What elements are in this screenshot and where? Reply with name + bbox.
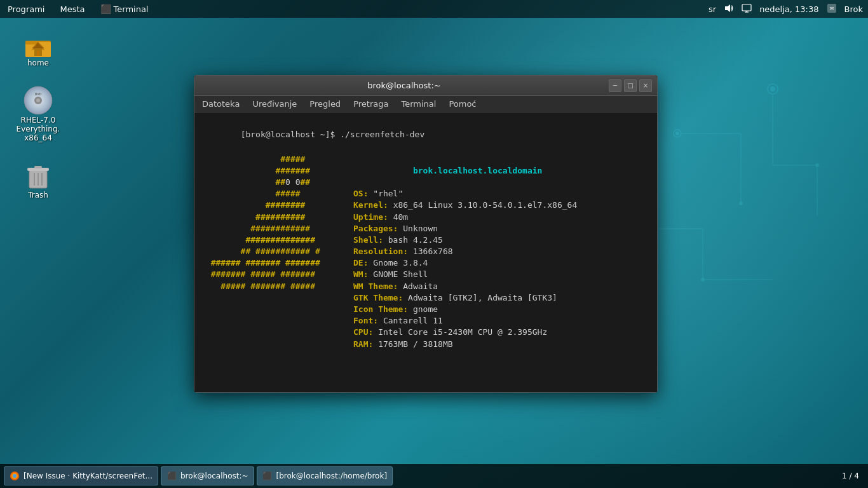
screenfetch-output: ##### ####### ##0 0## ##### ######## ###… bbox=[201, 154, 651, 350]
desktop-icon-dvd[interactable]: DVD RHEL-7.0 Everything.x86_64 bbox=[13, 83, 64, 145]
terminal-prompt-2: [brok@localhost ~]$ bbox=[201, 384, 651, 392]
svg-point-6 bbox=[674, 130, 681, 137]
top-menubar: Programi Mesta ⬛ Terminal sr bbox=[0, 0, 868, 18]
volume-icon[interactable] bbox=[724, 3, 734, 15]
svg-point-7 bbox=[675, 132, 679, 135]
menu-datoteka[interactable]: Datoteka bbox=[200, 98, 242, 110]
svg-marker-16 bbox=[725, 4, 730, 12]
svg-point-1 bbox=[770, 86, 775, 92]
menu-uredjivanje[interactable]: Uređivanje bbox=[250, 98, 299, 110]
terminal-taskbar-icon-1: ⬛ bbox=[166, 471, 177, 481]
taskbar-firefox[interactable]: [New Issue · KittyKatt/screenFet... bbox=[4, 466, 158, 485]
svg-rect-17 bbox=[742, 4, 751, 11]
taskbar-firefox-label: [New Issue · KittyKatt/screenFet... bbox=[24, 471, 153, 480]
maximize-button[interactable]: □ bbox=[624, 79, 637, 92]
menu-pretraga[interactable]: Pretraga bbox=[351, 98, 391, 110]
menu-terminal-app[interactable]: ⬛ Terminal bbox=[98, 3, 151, 15]
taskbar-pager: 1 / 4 bbox=[837, 471, 864, 480]
svg-rect-27 bbox=[37, 51, 39, 56]
terminal-window: brok@localhost:~ − □ × Datoteka Uređivan… bbox=[194, 75, 658, 393]
ascii-art: ##### ####### ##0 0## ##### ######## ###… bbox=[201, 154, 341, 350]
desktop-icon-home[interactable]: home bbox=[13, 25, 64, 70]
svg-rect-38 bbox=[34, 166, 42, 168]
desktop-icon-trash[interactable]: Trash bbox=[13, 158, 64, 202]
home-folder-icon bbox=[23, 28, 53, 58]
lang-indicator: sr bbox=[709, 4, 716, 14]
svg-point-10 bbox=[739, 201, 743, 205]
firefox-icon bbox=[10, 471, 20, 481]
terminal-prompt-1: [brok@localhost ~]$ ./screenfetch-dev bbox=[201, 118, 651, 152]
taskbar-term1-label: brok@localhost:~ bbox=[180, 471, 248, 480]
taskbar: [New Issue · KittyKatt/screenFet... ⬛ br… bbox=[0, 464, 868, 488]
datetime: nedelja, 13:38 bbox=[759, 4, 818, 14]
taskbar-term2-label: [brok@localhost:/home/brok] bbox=[276, 471, 388, 480]
svg-point-0 bbox=[768, 84, 778, 94]
menu-pomoc[interactable]: Pomoć bbox=[446, 98, 478, 110]
terminal-body[interactable]: [brok@localhost ~]$ ./screenfetch-dev ##… bbox=[194, 112, 657, 392]
menu-terminal[interactable]: Terminal bbox=[398, 98, 438, 110]
menu-mesta[interactable]: Mesta bbox=[57, 3, 87, 15]
taskbar-term1[interactable]: ⬛ brok@localhost:~ bbox=[161, 466, 254, 485]
sys-info: brok.localhost.localdomain OS: "rhel" Ke… bbox=[353, 154, 577, 350]
dvd-icon-label: RHEL-7.0 Everything.x86_64 bbox=[15, 116, 61, 142]
trash-icon-label: Trash bbox=[28, 191, 48, 200]
terminal-menubar: Datoteka Uređivanje Pregled Pretraga Ter… bbox=[194, 96, 657, 112]
svg-text:✉: ✉ bbox=[829, 6, 834, 11]
notification-label: Brok bbox=[844, 4, 863, 14]
trash-bin-icon bbox=[23, 160, 53, 191]
window-controls: − □ × bbox=[609, 79, 652, 92]
dvd-disc-icon: DVD bbox=[23, 85, 53, 116]
terminal-icon: ⬛ bbox=[100, 4, 111, 14]
top-bar-left: Programi Mesta ⬛ Terminal bbox=[5, 3, 151, 15]
home-icon-label: home bbox=[27, 58, 49, 67]
terminal-taskbar-icon-2: ⬛ bbox=[262, 471, 273, 481]
terminal-titlebar: brok@localhost:~ − □ × bbox=[194, 76, 657, 96]
menu-programi[interactable]: Programi bbox=[5, 3, 47, 15]
menu-pregled[interactable]: Pregled bbox=[307, 98, 343, 110]
terminal-title: brok@localhost:~ bbox=[200, 81, 609, 90]
svg-point-4 bbox=[815, 163, 819, 167]
svg-point-44 bbox=[13, 474, 17, 478]
desktop-icons: home DVD R bbox=[13, 25, 64, 202]
svg-text:DVD: DVD bbox=[35, 92, 42, 96]
svg-point-32 bbox=[36, 98, 40, 102]
pager-label: 1 / 4 bbox=[842, 471, 859, 480]
svg-point-14 bbox=[701, 278, 705, 281]
desktop: Programi Mesta ⬛ Terminal sr bbox=[0, 0, 868, 488]
notification-icon: ✉ bbox=[827, 3, 837, 15]
taskbar-term2[interactable]: ⬛ [brok@localhost:/home/brok] bbox=[257, 466, 393, 485]
close-button[interactable]: × bbox=[639, 79, 652, 92]
screen-icon bbox=[742, 3, 752, 15]
top-bar-right: sr nedelja, 13:38 ✉ bbox=[709, 3, 863, 15]
minimize-button[interactable]: − bbox=[609, 79, 621, 92]
